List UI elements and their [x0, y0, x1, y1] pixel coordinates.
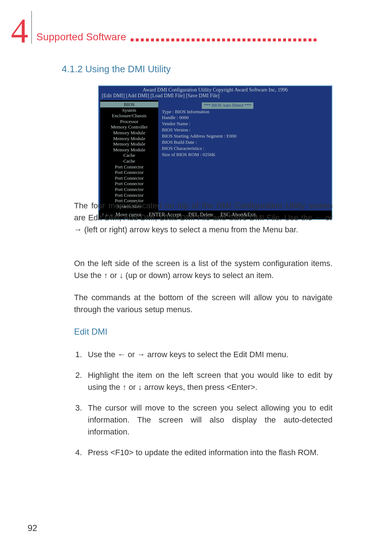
- paragraph-3: The commands at the bottom of the screen…: [74, 291, 332, 315]
- utility-menu-bar: [Edit DMI] [Add DMI] [Load DMI File] [Sa…: [99, 93, 332, 100]
- auto-detect-badge: *** BIOS Auto Detect ***: [202, 102, 253, 109]
- utility-item: Port Connector: [100, 170, 158, 175]
- chapter-divider: [31, 11, 32, 44]
- list-item: Use the ← or → arrow keys to select the …: [84, 348, 332, 360]
- utility-item: Cache: [100, 158, 158, 164]
- page-number: 92: [28, 523, 37, 533]
- list-item: The cursor will move to the screen you s…: [84, 402, 332, 438]
- paragraph-2: On the left side of the screen is a list…: [74, 257, 332, 281]
- utility-item: Memory Module: [100, 130, 158, 136]
- utility-info-line: BIOS Characteristics :: [162, 146, 327, 152]
- utility-item: System: [100, 107, 158, 113]
- utility-left-panel: BIOS System Enclosure/Chassis Processor …: [100, 100, 158, 211]
- utility-item-selected: BIOS: [100, 102, 158, 107]
- utility-info-line: Handle : 0000: [162, 115, 327, 121]
- utility-info-line: Size of BIOS ROM : 0256K: [162, 152, 327, 158]
- utility-info-line: BIOS Build Date :: [162, 139, 327, 146]
- utility-item: Memory Module: [100, 141, 158, 147]
- utility-item: Port Connector: [100, 187, 158, 192]
- utility-item: Enclosure/Chassis: [100, 113, 158, 119]
- utility-info-line: Type : BIOS Information: [162, 109, 327, 115]
- utility-header: Award DMI Configuration Utility Copyrigh…: [99, 86, 332, 93]
- chapter-number: 4: [11, 15, 28, 46]
- utility-right-panel: *** BIOS Auto Detect *** Type : BIOS Inf…: [158, 100, 330, 211]
- sub-heading-edit-dmi: Edit DMI: [74, 327, 107, 337]
- utility-item: Port Connector: [100, 175, 158, 181]
- utility-item: Port Connector: [100, 181, 158, 187]
- utility-item: Port Connector: [100, 164, 158, 170]
- chapter-title: Supported Software: [36, 31, 126, 43]
- utility-info-line: BIOS Version :: [162, 127, 327, 133]
- chapter-header: 4 Supported Software: [11, 11, 317, 46]
- list-item: Highlight the item on the left screen th…: [84, 369, 332, 393]
- list-item: Press <F10> to update the edited informa…: [84, 446, 332, 458]
- edit-dmi-steps: Use the ← or → arrow keys to select the …: [74, 348, 332, 467]
- utility-item: Memory Module: [100, 147, 158, 153]
- section-title: 4.1.2 Using the DMI Utility: [62, 64, 171, 75]
- paragraph-1: The four menus located on top of the DMI…: [74, 200, 332, 236]
- utility-item: Cache: [100, 152, 158, 158]
- utility-info-line: BIOS Starting Address Segment : E000: [162, 133, 327, 139]
- utility-item: Memory Module: [100, 136, 158, 142]
- utility-item: Port Connector: [100, 192, 158, 198]
- utility-item: Processor: [100, 119, 158, 125]
- utility-item: Memory Controller: [100, 124, 158, 130]
- decorative-dots: [131, 38, 317, 41]
- utility-body: BIOS System Enclosure/Chassis Processor …: [99, 100, 332, 211]
- utility-info-line: Vendor Name :: [162, 121, 327, 127]
